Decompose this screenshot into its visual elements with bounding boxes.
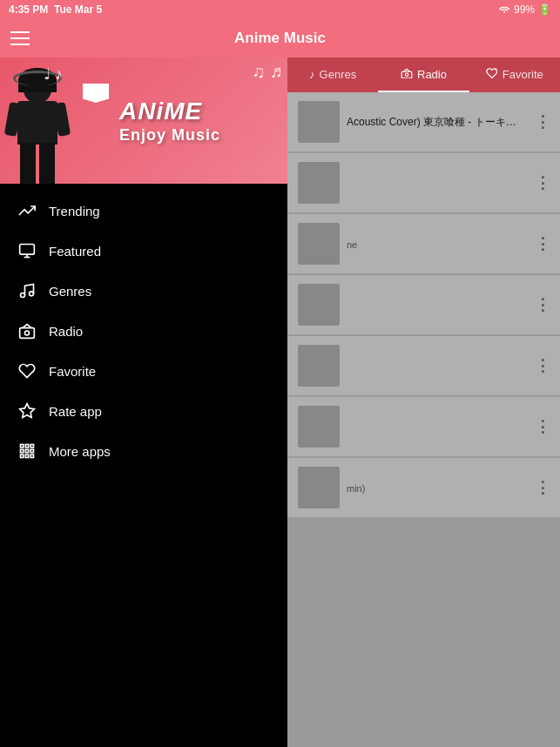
featured-label: Featured	[49, 244, 101, 259]
radio-icon	[17, 321, 37, 340]
song-subtitle: ne	[347, 239, 525, 250]
svg-rect-17	[30, 454, 33, 457]
radio-tab-icon	[401, 68, 413, 81]
favorite-label: Favorite	[49, 364, 96, 379]
svg-rect-18	[401, 71, 412, 78]
flag-decoration	[83, 84, 109, 103]
sidebar-item-favorite[interactable]: Favorite	[0, 351, 287, 391]
radio-tab-label: Radio	[417, 68, 447, 81]
tabs-bar: ♪ Genres Radio F	[287, 57, 560, 92]
song-item[interactable]: ⋮	[287, 153, 560, 212]
svg-rect-13	[25, 449, 28, 452]
hamburger-button[interactable]	[10, 25, 37, 51]
song-subtitle: min)	[347, 483, 525, 494]
svg-rect-15	[21, 454, 24, 457]
song-info: Acoustic Cover) 東京喰種 - トーキョーグール-	[340, 115, 532, 130]
song-item[interactable]: ne ⋮	[287, 214, 560, 273]
genres-tab-label: Genres	[320, 68, 357, 81]
song-more-button[interactable]: ⋮	[532, 172, 553, 193]
song-item[interactable]: min) ⋮	[287, 458, 560, 517]
song-more-button[interactable]: ⋮	[532, 233, 553, 254]
svg-point-4	[30, 292, 34, 296]
radio-label: Radio	[49, 324, 83, 339]
nav-title: Anime Music	[234, 30, 326, 47]
song-thumbnail	[298, 223, 340, 265]
song-list: Acoustic Cover) 東京喰種 - トーキョーグール- ⋮ ⋮ ne …	[287, 92, 560, 747]
status-indicators: 99% 🔋	[498, 3, 551, 16]
song-more-button[interactable]: ⋮	[532, 111, 553, 132]
svg-rect-12	[21, 449, 24, 452]
song-more-button[interactable]: ⋮	[532, 294, 553, 315]
genres-tab-icon: ♪	[309, 68, 315, 81]
song-item[interactable]: ⋮	[287, 397, 560, 456]
song-thumbnail	[298, 467, 340, 508]
music-notes-decoration: ♩ ♪	[44, 64, 63, 84]
grid-icon	[17, 441, 37, 461]
svg-point-19	[405, 73, 408, 77]
svg-rect-10	[25, 445, 28, 448]
song-thumbnail	[298, 101, 340, 143]
music-notes-right: ♫ ♬	[252, 62, 283, 82]
song-more-button[interactable]: ⋮	[532, 355, 553, 376]
song-info: min)	[340, 481, 532, 494]
song-info: ne	[340, 238, 532, 250]
song-item[interactable]: Acoustic Cover) 東京喰種 - トーキョーグール- ⋮	[287, 92, 560, 151]
status-bar: 4:35 PM Tue Mar 5 99% 🔋	[0, 0, 560, 19]
banner-text: ANiME Enjoy Music	[119, 97, 220, 145]
song-thumbnail	[298, 284, 340, 326]
wifi-icon	[498, 3, 510, 16]
nav-bar: Anime Music	[0, 19, 560, 57]
sidebar: ♩ ♪ ♫ ♬ ANiME Enjoy Music Trend	[0, 57, 287, 747]
status-time: 4:35 PM Tue Mar 5	[9, 3, 102, 16]
anime-figure	[4, 66, 91, 184]
sidebar-item-trending[interactable]: Trending	[0, 191, 287, 231]
svg-rect-16	[25, 454, 28, 457]
svg-point-6	[25, 331, 30, 335]
svg-rect-14	[30, 449, 33, 452]
svg-marker-8	[20, 404, 35, 418]
song-item[interactable]: ⋮	[287, 336, 560, 395]
sidebar-item-rate-app[interactable]: Rate app	[0, 391, 287, 431]
rate-app-label: Rate app	[49, 404, 102, 419]
banner-background: ♩ ♪ ♫ ♬ ANiME Enjoy Music	[0, 57, 287, 184]
svg-rect-9	[21, 445, 24, 448]
sidebar-banner: ♩ ♪ ♫ ♬ ANiME Enjoy Music	[0, 57, 287, 184]
sidebar-menu: Trending Featured	[0, 184, 287, 747]
sidebar-item-genres[interactable]: Genres	[0, 271, 287, 311]
tab-favorite[interactable]: Favorite	[469, 57, 560, 92]
song-thumbnail	[298, 406, 340, 448]
svg-rect-11	[30, 445, 33, 448]
content-panel: ♪ Genres Radio F	[287, 57, 560, 747]
song-item[interactable]: ⋮	[287, 275, 560, 334]
trending-icon	[17, 201, 37, 220]
trending-label: Trending	[49, 204, 100, 219]
svg-rect-0	[20, 245, 35, 255]
sidebar-item-more-apps[interactable]: More apps	[0, 431, 287, 471]
tab-genres[interactable]: ♪ Genres	[287, 57, 378, 92]
battery-icon: 🔋	[538, 3, 551, 16]
sidebar-item-featured[interactable]: Featured	[0, 231, 287, 271]
song-title: Acoustic Cover) 東京喰種 - トーキョーグール-	[347, 115, 525, 130]
svg-point-3	[21, 293, 25, 298]
favorite-tab-icon	[486, 67, 498, 81]
sidebar-item-radio[interactable]: Radio	[0, 311, 287, 351]
more-apps-label: More apps	[49, 444, 111, 459]
song-thumbnail	[298, 162, 340, 204]
song-more-button[interactable]: ⋮	[532, 477, 553, 498]
favorite-icon	[17, 361, 37, 380]
tab-radio[interactable]: Radio	[378, 57, 469, 92]
featured-icon	[17, 241, 37, 260]
main-layout: ♩ ♪ ♫ ♬ ANiME Enjoy Music Trend	[0, 57, 560, 747]
song-more-button[interactable]: ⋮	[532, 416, 553, 437]
star-icon	[17, 401, 37, 421]
favorite-tab-label: Favorite	[503, 68, 543, 81]
genres-icon	[17, 281, 37, 300]
battery-text: 99%	[514, 3, 535, 16]
svg-rect-5	[20, 328, 35, 339]
genres-label: Genres	[49, 284, 91, 299]
song-thumbnail	[298, 345, 340, 387]
